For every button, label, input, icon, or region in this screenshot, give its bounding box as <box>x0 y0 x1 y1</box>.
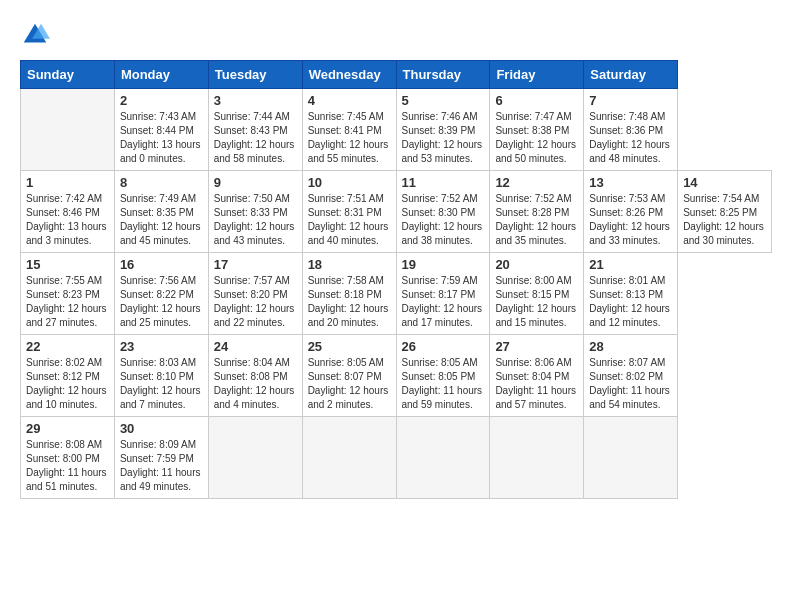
day-info: Sunrise: 7:59 AMSunset: 8:17 PMDaylight:… <box>402 275 483 328</box>
day-info: Sunrise: 7:48 AMSunset: 8:36 PMDaylight:… <box>589 111 670 164</box>
day-info: Sunrise: 8:09 AMSunset: 7:59 PMDaylight:… <box>120 439 201 492</box>
day-number: 22 <box>26 339 109 354</box>
day-header-thursday: Thursday <box>396 61 490 89</box>
calendar-cell <box>584 417 678 499</box>
day-info: Sunrise: 7:47 AMSunset: 8:38 PMDaylight:… <box>495 111 576 164</box>
day-info: Sunrise: 7:43 AMSunset: 8:44 PMDaylight:… <box>120 111 201 164</box>
calendar-cell: 7 Sunrise: 7:48 AMSunset: 8:36 PMDayligh… <box>584 89 678 171</box>
day-number: 6 <box>495 93 578 108</box>
calendar-cell: 25 Sunrise: 8:05 AMSunset: 8:07 PMDaylig… <box>302 335 396 417</box>
calendar-cell: 1 Sunrise: 7:42 AMSunset: 8:46 PMDayligh… <box>21 171 115 253</box>
logo <box>20 20 56 50</box>
day-number: 23 <box>120 339 203 354</box>
day-info: Sunrise: 8:03 AMSunset: 8:10 PMDaylight:… <box>120 357 201 410</box>
day-number: 1 <box>26 175 109 190</box>
day-info: Sunrise: 7:49 AMSunset: 8:35 PMDaylight:… <box>120 193 201 246</box>
calendar-cell: 6 Sunrise: 7:47 AMSunset: 8:38 PMDayligh… <box>490 89 584 171</box>
calendar-cell <box>208 417 302 499</box>
day-header-monday: Monday <box>114 61 208 89</box>
day-info: Sunrise: 7:42 AMSunset: 8:46 PMDaylight:… <box>26 193 107 246</box>
calendar-cell: 26 Sunrise: 8:05 AMSunset: 8:05 PMDaylig… <box>396 335 490 417</box>
calendar-cell: 19 Sunrise: 7:59 AMSunset: 8:17 PMDaylig… <box>396 253 490 335</box>
calendar-cell <box>302 417 396 499</box>
day-info: Sunrise: 7:51 AMSunset: 8:31 PMDaylight:… <box>308 193 389 246</box>
day-number: 16 <box>120 257 203 272</box>
day-number: 12 <box>495 175 578 190</box>
calendar-cell: 5 Sunrise: 7:46 AMSunset: 8:39 PMDayligh… <box>396 89 490 171</box>
calendar-cell: 27 Sunrise: 8:06 AMSunset: 8:04 PMDaylig… <box>490 335 584 417</box>
calendar-cell: 30 Sunrise: 8:09 AMSunset: 7:59 PMDaylig… <box>114 417 208 499</box>
day-number: 18 <box>308 257 391 272</box>
calendar-cell: 12 Sunrise: 7:52 AMSunset: 8:28 PMDaylig… <box>490 171 584 253</box>
calendar-cell: 9 Sunrise: 7:50 AMSunset: 8:33 PMDayligh… <box>208 171 302 253</box>
day-header-friday: Friday <box>490 61 584 89</box>
calendar-cell: 2 Sunrise: 7:43 AMSunset: 8:44 PMDayligh… <box>114 89 208 171</box>
day-info: Sunrise: 8:02 AMSunset: 8:12 PMDaylight:… <box>26 357 107 410</box>
calendar-cell: 18 Sunrise: 7:58 AMSunset: 8:18 PMDaylig… <box>302 253 396 335</box>
day-number: 15 <box>26 257 109 272</box>
day-info: Sunrise: 7:53 AMSunset: 8:26 PMDaylight:… <box>589 193 670 246</box>
day-header-tuesday: Tuesday <box>208 61 302 89</box>
day-header-sunday: Sunday <box>21 61 115 89</box>
day-info: Sunrise: 7:52 AMSunset: 8:28 PMDaylight:… <box>495 193 576 246</box>
calendar-cell: 13 Sunrise: 7:53 AMSunset: 8:26 PMDaylig… <box>584 171 678 253</box>
calendar-cell: 8 Sunrise: 7:49 AMSunset: 8:35 PMDayligh… <box>114 171 208 253</box>
day-number: 7 <box>589 93 672 108</box>
day-number: 2 <box>120 93 203 108</box>
calendar-cell: 21 Sunrise: 8:01 AMSunset: 8:13 PMDaylig… <box>584 253 678 335</box>
day-number: 5 <box>402 93 485 108</box>
day-number: 10 <box>308 175 391 190</box>
calendar-cell: 3 Sunrise: 7:44 AMSunset: 8:43 PMDayligh… <box>208 89 302 171</box>
day-number: 4 <box>308 93 391 108</box>
day-info: Sunrise: 8:06 AMSunset: 8:04 PMDaylight:… <box>495 357 576 410</box>
calendar-cell: 23 Sunrise: 8:03 AMSunset: 8:10 PMDaylig… <box>114 335 208 417</box>
page-header <box>20 20 772 50</box>
day-number: 13 <box>589 175 672 190</box>
calendar-cell: 28 Sunrise: 8:07 AMSunset: 8:02 PMDaylig… <box>584 335 678 417</box>
calendar-cell <box>21 89 115 171</box>
calendar-cell: 10 Sunrise: 7:51 AMSunset: 8:31 PMDaylig… <box>302 171 396 253</box>
day-number: 21 <box>589 257 672 272</box>
day-info: Sunrise: 7:55 AMSunset: 8:23 PMDaylight:… <box>26 275 107 328</box>
calendar-cell: 14 Sunrise: 7:54 AMSunset: 8:25 PMDaylig… <box>678 171 772 253</box>
day-info: Sunrise: 8:05 AMSunset: 8:07 PMDaylight:… <box>308 357 389 410</box>
day-number: 29 <box>26 421 109 436</box>
calendar-cell: 22 Sunrise: 8:02 AMSunset: 8:12 PMDaylig… <box>21 335 115 417</box>
calendar-cell: 20 Sunrise: 8:00 AMSunset: 8:15 PMDaylig… <box>490 253 584 335</box>
calendar-cell: 16 Sunrise: 7:56 AMSunset: 8:22 PMDaylig… <box>114 253 208 335</box>
calendar-header-row: SundayMondayTuesdayWednesdayThursdayFrid… <box>21 61 772 89</box>
calendar-week-2: 15 Sunrise: 7:55 AMSunset: 8:23 PMDaylig… <box>21 253 772 335</box>
day-info: Sunrise: 8:00 AMSunset: 8:15 PMDaylight:… <box>495 275 576 328</box>
calendar-week-0: 2 Sunrise: 7:43 AMSunset: 8:44 PMDayligh… <box>21 89 772 171</box>
calendar-table: SundayMondayTuesdayWednesdayThursdayFrid… <box>20 60 772 499</box>
calendar-cell <box>396 417 490 499</box>
day-info: Sunrise: 7:58 AMSunset: 8:18 PMDaylight:… <box>308 275 389 328</box>
day-number: 30 <box>120 421 203 436</box>
calendar-week-1: 1 Sunrise: 7:42 AMSunset: 8:46 PMDayligh… <box>21 171 772 253</box>
day-info: Sunrise: 8:08 AMSunset: 8:00 PMDaylight:… <box>26 439 107 492</box>
day-info: Sunrise: 8:07 AMSunset: 8:02 PMDaylight:… <box>589 357 670 410</box>
calendar-cell: 17 Sunrise: 7:57 AMSunset: 8:20 PMDaylig… <box>208 253 302 335</box>
day-info: Sunrise: 8:04 AMSunset: 8:08 PMDaylight:… <box>214 357 295 410</box>
day-info: Sunrise: 7:46 AMSunset: 8:39 PMDaylight:… <box>402 111 483 164</box>
day-info: Sunrise: 7:57 AMSunset: 8:20 PMDaylight:… <box>214 275 295 328</box>
day-info: Sunrise: 7:54 AMSunset: 8:25 PMDaylight:… <box>683 193 764 246</box>
calendar-cell: 15 Sunrise: 7:55 AMSunset: 8:23 PMDaylig… <box>21 253 115 335</box>
day-number: 24 <box>214 339 297 354</box>
day-number: 26 <box>402 339 485 354</box>
day-number: 17 <box>214 257 297 272</box>
day-number: 3 <box>214 93 297 108</box>
day-info: Sunrise: 7:44 AMSunset: 8:43 PMDaylight:… <box>214 111 295 164</box>
day-info: Sunrise: 7:45 AMSunset: 8:41 PMDaylight:… <box>308 111 389 164</box>
day-number: 19 <box>402 257 485 272</box>
calendar-cell: 11 Sunrise: 7:52 AMSunset: 8:30 PMDaylig… <box>396 171 490 253</box>
day-info: Sunrise: 8:05 AMSunset: 8:05 PMDaylight:… <box>402 357 483 410</box>
day-number: 27 <box>495 339 578 354</box>
day-number: 20 <box>495 257 578 272</box>
day-info: Sunrise: 7:56 AMSunset: 8:22 PMDaylight:… <box>120 275 201 328</box>
day-number: 11 <box>402 175 485 190</box>
day-number: 9 <box>214 175 297 190</box>
calendar-cell: 29 Sunrise: 8:08 AMSunset: 8:00 PMDaylig… <box>21 417 115 499</box>
day-number: 14 <box>683 175 766 190</box>
calendar-cell: 4 Sunrise: 7:45 AMSunset: 8:41 PMDayligh… <box>302 89 396 171</box>
